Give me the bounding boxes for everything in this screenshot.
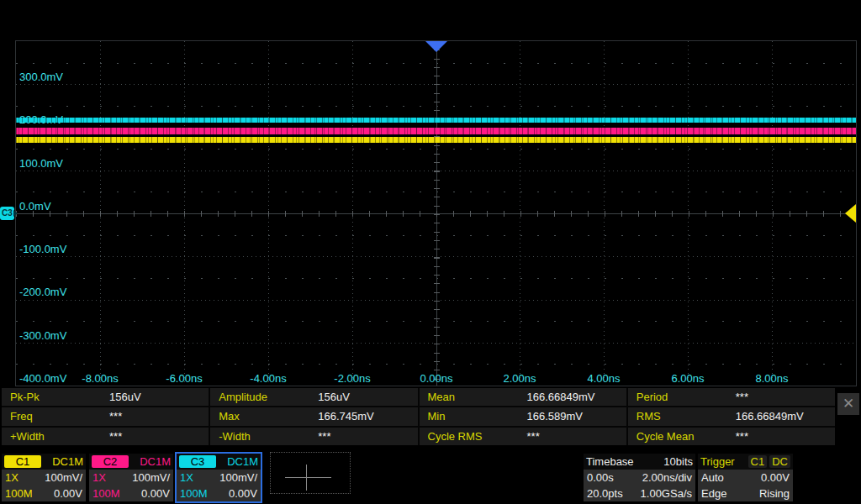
measurement-label: Cycle Mean	[628, 430, 736, 443]
trigger-panel[interactable]: Trigger C1DC Auto 0.00V Edge Rising	[698, 454, 793, 501]
waveform-display[interactable]: 300.0mV200.0mV100.0mV0.0mV-100.0mV-200.0…	[15, 40, 857, 386]
channel-box-header: C2DC1M	[89, 454, 173, 470]
timebase-panel[interactable]: Timebase 10bits 0.00s 2.00ns/div 20.0pts…	[584, 454, 695, 501]
measurement-cell: RMS166.66849mV	[628, 407, 835, 425]
measurement-cell: -Width***	[210, 428, 417, 445]
trace-c3[interactable]	[16, 118, 856, 123]
channel-coupling: DC1M	[52, 455, 83, 468]
voltage-axis-label: -200.0mV	[19, 286, 66, 298]
measurement-value: ***	[736, 430, 748, 443]
channel-box-row: 1X100mV/	[2, 470, 86, 486]
trigger-coupling-badge: DC	[769, 455, 790, 468]
channel-badge: C3	[179, 455, 216, 468]
timebase-samples: 20.0pts	[587, 487, 623, 500]
measurement-label: Max	[210, 410, 318, 423]
measurement-cell: Cycle RMS***	[420, 428, 626, 445]
channel-coupling: DC1M	[140, 455, 171, 468]
channel-attenuation: 1X	[92, 471, 106, 484]
trigger-title: Trigger	[700, 455, 735, 468]
trigger-mode: Auto	[701, 471, 724, 484]
time-axis-label: 6.00ns	[671, 372, 704, 385]
channel-box-header: C1DC1M	[2, 454, 86, 470]
timebase-sample-rate: 1.00GSa/s	[641, 487, 692, 500]
measurement-cell: Min166.589mV	[420, 407, 626, 425]
measurement-value: 166.745mV	[318, 410, 374, 423]
channel-offset: 0.00V	[141, 487, 170, 500]
oscilloscope-screen: 300.0mV200.0mV100.0mV0.0mV-100.0mV-200.0…	[0, 0, 861, 504]
measurement-value: ***	[109, 410, 122, 423]
channel-badge: C1	[4, 455, 41, 468]
time-axis-label: -4.00ns	[250, 372, 286, 385]
channel-box-body: 1X100mV/100M0.00V	[177, 470, 261, 501]
channel-attenuation: 1X	[5, 471, 18, 484]
volt-zero-axis-ticks	[16, 211, 856, 217]
channel-box-c3[interactable]: C3DC1M1X100mV/100M0.00V	[177, 454, 261, 501]
trigger-badges: C1DC	[746, 455, 790, 468]
channel-impedance: 100M	[5, 487, 33, 500]
measurement-value: 166.66849mV	[527, 391, 595, 403]
trigger-level-marker[interactable]	[845, 204, 856, 223]
measurement-table[interactable]: Pk-Pk156uVAmplitude156uVMean166.66849mVP…	[2, 388, 835, 445]
voltage-axis-label: -100.0mV	[19, 244, 66, 255]
measurement-value: ***	[527, 430, 540, 443]
time-axis-label: 8.00ns	[755, 372, 788, 385]
measurement-label: Period	[628, 391, 736, 403]
channel-ground-marker[interactable]: C3	[0, 207, 14, 220]
measurement-value: 166.66849mV	[736, 410, 804, 423]
voltage-axis-label: -400.0mV	[19, 373, 66, 385]
timebase-resolution: 10bits	[663, 455, 693, 468]
measurement-cell: Period***	[628, 388, 835, 406]
channel-box-c1[interactable]: C1DC1M1X100mV/100M0.00V	[2, 454, 86, 501]
measurement-label: Freq	[2, 410, 109, 423]
trigger-source-badge: C1	[748, 455, 768, 468]
measurement-cell: Pk-Pk156uV	[2, 388, 209, 406]
channel-impedance: 100M	[92, 487, 120, 500]
time-axis-label: 4.00ns	[587, 372, 620, 385]
channel-badge: C2	[92, 455, 129, 468]
channel-attenuation: 1X	[180, 471, 193, 484]
measurement-label: Amplitude	[210, 391, 318, 403]
channel-box-row: 100M0.00V	[2, 486, 86, 501]
measurement-cell: Freq***	[2, 407, 209, 425]
time-axis-label: -8.00ns	[82, 372, 118, 385]
measurement-label: +Width	[2, 430, 109, 443]
trace-c1[interactable]	[16, 137, 856, 143]
measurement-value: ***	[109, 430, 122, 443]
channel-box-row: 100M0.00V	[89, 486, 173, 501]
time-axis-label: -2.00ns	[334, 372, 370, 385]
channel-offset: 0.00V	[229, 487, 257, 500]
time-axis-label: -6.00ns	[166, 372, 202, 385]
add-trace-placeholder[interactable]	[270, 452, 351, 494]
channel-box-body: 1X100mV/100M0.00V	[2, 470, 86, 501]
channel-impedance: 100M	[180, 487, 208, 500]
close-icon: ✕	[843, 396, 854, 412]
trigger-position-marker[interactable]	[425, 41, 447, 52]
channel-offset: 0.00V	[54, 487, 82, 500]
channel-scale: 100mV/	[45, 471, 82, 484]
voltage-axis-label: 100.0mV	[19, 158, 63, 170]
time-axis-label: 2.00ns	[503, 372, 536, 385]
measurement-cell: +Width***	[2, 428, 209, 445]
channel-box-row: 1X100mV/	[177, 470, 261, 486]
timebase-title: Timebase	[586, 455, 634, 468]
measurement-value: ***	[318, 430, 330, 443]
time-axis-label: 0.00ns	[420, 372, 452, 385]
measurement-label: Pk-Pk	[2, 391, 109, 403]
channel-box-header: C3DC1M	[177, 454, 261, 470]
measurement-label: Min	[420, 410, 527, 423]
channel-box-c2[interactable]: C2DC1M1X100mV/100M0.00V	[89, 454, 173, 501]
timebase-scale: 2.00ns/div	[642, 471, 692, 484]
trigger-slope: Rising	[759, 487, 790, 500]
measurement-value: 166.589mV	[527, 410, 584, 423]
measurement-value: ***	[736, 391, 748, 403]
channel-scale: 100mV/	[132, 471, 170, 484]
measurement-cell: Cycle Mean***	[628, 428, 835, 445]
trigger-level: 0.00V	[761, 471, 790, 484]
measurement-cell: Max166.745mV	[210, 407, 417, 425]
channel-scale: 100mV/	[219, 471, 257, 484]
channel-coupling: DC1M	[227, 455, 258, 468]
voltage-axis-label: 300.0mV	[19, 71, 63, 83]
trace-c2[interactable]	[16, 128, 856, 134]
measurements-close-button[interactable]: ✕	[837, 393, 859, 415]
measurement-cell: Mean166.66849mV	[420, 388, 626, 406]
